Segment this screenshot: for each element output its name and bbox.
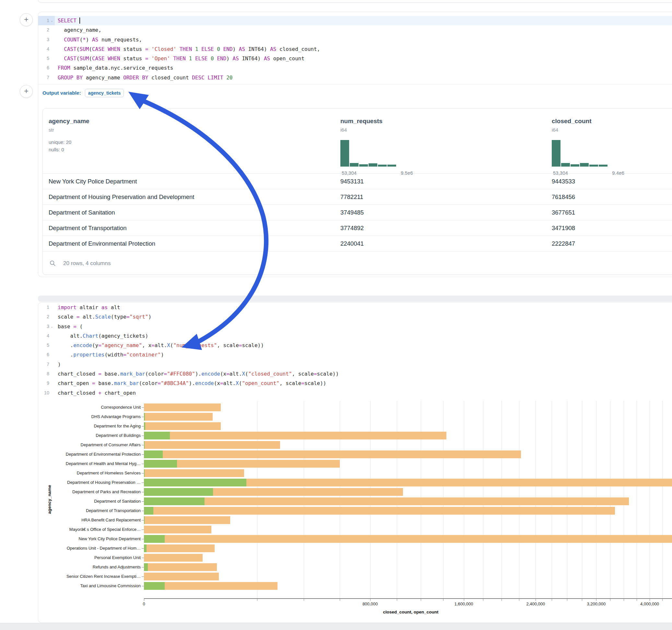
- chart-bar-open[interactable]: [144, 441, 145, 449]
- y-axis-tick: [142, 436, 144, 436]
- chart-bar-open[interactable]: [144, 413, 145, 421]
- chart-bar-open[interactable]: [144, 544, 146, 552]
- x-axis-tick: [662, 599, 663, 601]
- chart-bar-open[interactable]: [144, 488, 213, 496]
- line-number: 1: [47, 16, 49, 25]
- chart-bar-closed[interactable]: [144, 544, 215, 552]
- search-icon[interactable]: [49, 260, 56, 267]
- chart-bar-closed[interactable]: [144, 422, 221, 430]
- y-axis-tick: [142, 530, 144, 530]
- code-line: 7GROUP BY agency_name ORDER BY closed_co…: [38, 73, 672, 82]
- chart-bar-closed[interactable]: [144, 451, 521, 458]
- column-header-num_requests[interactable]: num_requestsi64: [340, 108, 383, 132]
- x-axis-tick-label: 0: [126, 602, 162, 606]
- chart-bar-closed[interactable]: [144, 441, 280, 449]
- chart-bar-closed[interactable]: [144, 498, 629, 505]
- chart-bar-open[interactable]: [144, 479, 246, 486]
- next-cell-edge: [0, 623, 672, 630]
- table-cell: 7782211: [340, 189, 363, 205]
- histogram-bar: [580, 163, 589, 167]
- histogram-bar: [359, 164, 368, 167]
- column-header-closed_count[interactable]: closed_counti64: [552, 108, 591, 132]
- y-axis-label: Department of Parks and Recreation: [40, 489, 141, 494]
- y-axis-tick: [142, 483, 144, 483]
- add-cell-button-output[interactable]: +: [20, 85, 33, 98]
- chart-bar-closed[interactable]: [144, 469, 244, 477]
- chart-bar-closed[interactable]: [144, 507, 615, 515]
- column-type: str: [49, 127, 90, 132]
- chart-bar-closed[interactable]: [144, 413, 213, 421]
- chart-bar-open[interactable]: [144, 469, 145, 477]
- chart-bar-open[interactable]: [144, 563, 148, 571]
- text-cursor: [79, 18, 80, 24]
- code-line: 5 .encode(y="agency_name", x=alt.X("num_…: [38, 341, 672, 350]
- output-variable-label: Output variable:: [43, 90, 81, 96]
- chart-bar-closed[interactable]: [144, 535, 672, 543]
- table-cell: 3749485: [340, 205, 364, 220]
- y-axis-label: Department of Homeless Services: [40, 470, 141, 476]
- x-axis-tick: [624, 599, 624, 601]
- chart-bar-open[interactable]: [144, 451, 163, 458]
- y-axis-tick: [142, 520, 144, 520]
- histogram-bar: [589, 165, 598, 167]
- add-cell-button-top[interactable]: +: [20, 13, 33, 26]
- sql-code-editor[interactable]: 1⌄SELECT 2 agency_name,3 COUNT(*) AS num…: [38, 12, 672, 82]
- column-header-agency_name[interactable]: agency_namestrunique: 20nulls: 0: [49, 108, 90, 153]
- code-line: 2 agency_name,: [38, 25, 672, 35]
- output-variable-chip[interactable]: agency_tickets: [85, 89, 124, 97]
- chart-bar-closed[interactable]: [144, 573, 219, 580]
- y-axis-label: Department of Transportation: [40, 508, 141, 513]
- histogram-bar: [599, 165, 607, 167]
- x-axis-tick: [650, 599, 650, 601]
- chart-bar-open[interactable]: [144, 498, 205, 505]
- collapse-chevron-icon[interactable]: ⌄: [50, 16, 54, 25]
- code-line: 4 CAST(SUM(CASE WHEN status = 'Closed' T…: [38, 44, 672, 54]
- line-number: 1: [47, 303, 49, 312]
- chart-bar-closed[interactable]: [144, 516, 230, 524]
- table-row: New York City Police Department945313194…: [43, 173, 672, 189]
- chart-bar-open[interactable]: [144, 460, 177, 468]
- chart-bar-open[interactable]: [144, 582, 165, 590]
- cell-gap-divider[interactable]: [38, 295, 672, 302]
- chart-bar-closed[interactable]: [144, 432, 447, 439]
- chart-bar-open[interactable]: [144, 535, 165, 543]
- column-title: closed_count: [552, 118, 591, 125]
- python-code-editor[interactable]: 1import altair as alt2scale = alt.Scale(…: [38, 302, 672, 398]
- table-row: Department of Environmental Protection22…: [43, 236, 672, 251]
- chart-bar-closed[interactable]: [144, 404, 221, 411]
- y-axis-label: Department of Health and Mental Hyg…: [40, 461, 141, 466]
- chart-bar-open[interactable]: [144, 516, 145, 524]
- y-axis-label: Operations Unit - Department of Hom…: [40, 546, 141, 551]
- code-line: 7): [38, 360, 672, 369]
- x-axis-tick: [535, 599, 536, 601]
- column-histogram: [340, 140, 396, 167]
- x-axis-tick: [144, 599, 144, 601]
- x-axis-tick: [552, 599, 552, 601]
- chart-bar-open[interactable]: [144, 422, 145, 430]
- table-cell: 7618456: [552, 189, 575, 205]
- chart-bar-open[interactable]: [144, 432, 170, 439]
- code-line: 1⌄SELECT: [38, 16, 672, 25]
- x-axis-tick: [637, 599, 637, 601]
- y-axis-label: Personal Exemption Unit: [40, 555, 141, 560]
- line-number: 10: [44, 388, 49, 398]
- table-row: Department of Sanitation37494853677651: [43, 204, 672, 220]
- x-axis-tick: [340, 599, 340, 601]
- y-axis-tick: [142, 567, 144, 567]
- line-number: 4: [47, 331, 49, 341]
- table-cell: 2222847: [552, 236, 575, 251]
- column-stat: unique: 20: [49, 138, 90, 146]
- x-axis-title: closed_count, open_count: [346, 610, 476, 614]
- chart-bar-open[interactable]: [144, 507, 153, 515]
- chart-bar-closed[interactable]: [144, 526, 211, 533]
- chart-bar-closed[interactable]: [144, 563, 217, 571]
- table-cell: 2240041: [340, 236, 364, 251]
- collapse-chevron-icon[interactable]: ⌄: [50, 322, 54, 331]
- chart-bar-closed[interactable]: [144, 554, 202, 562]
- y-axis-label: New York City Police Department: [40, 536, 141, 541]
- x-axis-tick: [483, 599, 483, 601]
- code-line: 3⌄base = (: [38, 322, 672, 331]
- x-axis-tick: [397, 599, 397, 601]
- histogram-bar: [561, 163, 570, 167]
- x-axis-tick: [421, 599, 421, 601]
